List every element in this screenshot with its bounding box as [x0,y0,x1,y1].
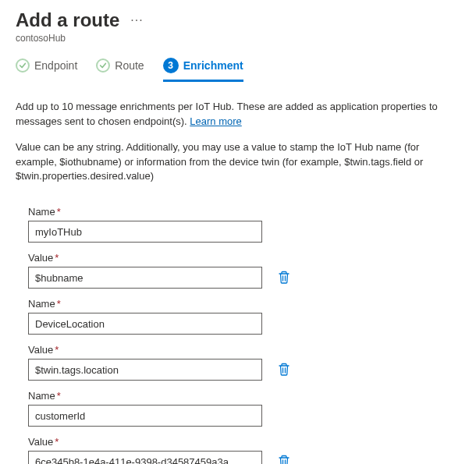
step-endpoint[interactable]: Endpoint [16,58,77,82]
step-label: Route [115,59,144,72]
step-enrichment[interactable]: 3 Enrichment [163,58,243,82]
page-title: Add a route [16,9,119,31]
value-label: Value [28,252,53,264]
step-label: Enrichment [183,59,243,72]
value-label: Value [28,436,53,448]
required-mark: * [57,298,61,310]
check-icon [16,58,30,73]
value-input[interactable] [28,359,262,381]
name-label: Name [28,390,55,402]
value-hint: Value can be any string. Additionally, y… [16,140,460,185]
name-label: Name [28,206,55,218]
delete-enrichment-button[interactable] [276,361,292,378]
required-mark: * [55,436,59,448]
name-input[interactable] [28,405,262,427]
intro-text: Add up to 10 message enrichments per IoT… [16,100,460,129]
name-input[interactable] [28,221,262,243]
required-mark: * [57,390,61,402]
trash-icon [278,363,290,377]
value-input[interactable] [28,267,262,289]
content-area: Add up to 10 message enrichments per IoT… [0,83,476,192]
name-input[interactable] [28,313,262,335]
delete-enrichment-button[interactable] [276,269,292,286]
value-input[interactable] [28,451,262,464]
required-mark: * [55,252,59,264]
hub-name: contosoHub [16,33,460,44]
page-header: Add a route ··· contosoHub [0,0,476,47]
step-label: Endpoint [34,59,77,72]
value-field: Value* [28,252,460,289]
delete-enrichment-button[interactable] [276,453,292,464]
trash-icon [278,455,290,464]
more-actions-button[interactable]: ··· [130,14,143,27]
required-mark: * [55,344,59,356]
trash-icon [278,271,290,285]
name-field: Name* [28,206,460,243]
value-label: Value [28,344,53,356]
required-mark: * [57,206,61,218]
step-route[interactable]: Route [96,58,144,82]
check-icon [96,58,110,73]
wizard-steps: Endpoint Route 3 Enrichment [0,47,476,83]
enrichment-form: Name* Value* Name* Value* Name* [0,192,476,464]
value-field: Value* [28,436,460,464]
name-label: Name [28,298,55,310]
value-field: Value* [28,344,460,381]
name-field: Name* [28,298,460,335]
step-number: 3 [163,58,179,73]
learn-more-link[interactable]: Learn more [190,115,241,127]
name-field: Name* [28,390,460,427]
